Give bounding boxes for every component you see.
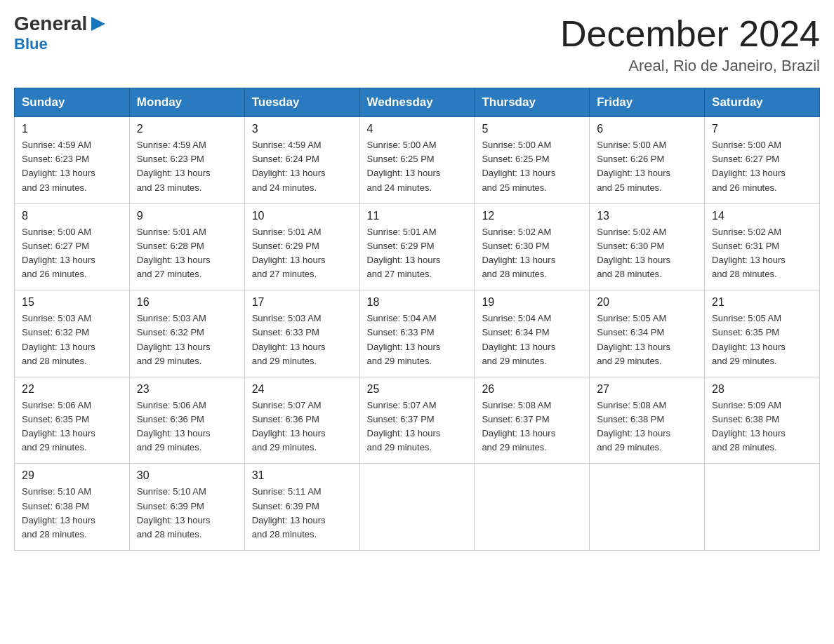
calendar-header-row: Sunday Monday Tuesday Wednesday Thursday… [15, 88, 820, 117]
calendar-day-cell: 9Sunrise: 5:01 AMSunset: 6:28 PMDaylight… [129, 203, 244, 290]
day-detail: Sunrise: 5:04 AMSunset: 6:34 PMDaylight:… [482, 311, 582, 368]
calendar-week-row: 1Sunrise: 4:59 AMSunset: 6:23 PMDaylight… [15, 117, 820, 204]
calendar-day-cell [705, 464, 820, 551]
calendar-table: Sunday Monday Tuesday Wednesday Thursday… [14, 88, 820, 551]
day-detail: Sunrise: 5:03 AMSunset: 6:33 PMDaylight:… [252, 311, 352, 368]
day-detail: Sunrise: 5:07 AMSunset: 6:36 PMDaylight:… [252, 398, 352, 455]
calendar-day-cell: 26Sunrise: 5:08 AMSunset: 6:37 PMDayligh… [475, 377, 590, 464]
header-saturday: Saturday [705, 88, 820, 117]
calendar-week-row: 29Sunrise: 5:10 AMSunset: 6:38 PMDayligh… [15, 464, 820, 551]
calendar-day-cell: 5Sunrise: 5:00 AMSunset: 6:25 PMDaylight… [475, 117, 590, 204]
calendar-subtitle: Areal, Rio de Janeiro, Brazil [560, 57, 820, 75]
day-detail: Sunrise: 5:08 AMSunset: 6:38 PMDaylight:… [597, 398, 697, 455]
header-friday: Friday [590, 88, 705, 117]
calendar-day-cell: 7Sunrise: 5:00 AMSunset: 6:27 PMDaylight… [705, 117, 820, 204]
day-number: 19 [482, 296, 582, 309]
day-detail: Sunrise: 5:00 AMSunset: 6:27 PMDaylight:… [22, 225, 122, 282]
calendar-day-cell: 15Sunrise: 5:03 AMSunset: 6:32 PMDayligh… [15, 290, 130, 377]
day-detail: Sunrise: 5:07 AMSunset: 6:37 PMDaylight:… [367, 398, 468, 455]
day-number: 12 [482, 210, 582, 222]
day-number: 15 [22, 296, 122, 309]
day-number: 30 [137, 469, 237, 482]
day-number: 5 [482, 123, 582, 135]
day-detail: Sunrise: 5:02 AMSunset: 6:30 PMDaylight:… [482, 225, 582, 282]
day-detail: Sunrise: 4:59 AMSunset: 6:23 PMDaylight:… [22, 138, 122, 195]
calendar-day-cell: 29Sunrise: 5:10 AMSunset: 6:38 PMDayligh… [15, 464, 130, 551]
calendar-day-cell: 3Sunrise: 4:59 AMSunset: 6:24 PMDaylight… [244, 117, 359, 204]
header-thursday: Thursday [475, 88, 590, 117]
calendar-day-cell: 13Sunrise: 5:02 AMSunset: 6:30 PMDayligh… [590, 203, 705, 290]
day-detail: Sunrise: 5:03 AMSunset: 6:32 PMDaylight:… [137, 311, 237, 368]
calendar-day-cell: 2Sunrise: 4:59 AMSunset: 6:23 PMDaylight… [129, 117, 244, 204]
calendar-week-row: 22Sunrise: 5:06 AMSunset: 6:35 PMDayligh… [15, 377, 820, 464]
day-number: 14 [712, 210, 812, 222]
calendar-day-cell [475, 464, 590, 551]
calendar-day-cell: 22Sunrise: 5:06 AMSunset: 6:35 PMDayligh… [15, 377, 130, 464]
calendar-day-cell: 31Sunrise: 5:11 AMSunset: 6:39 PMDayligh… [244, 464, 359, 551]
day-number: 24 [252, 383, 352, 396]
day-detail: Sunrise: 5:08 AMSunset: 6:37 PMDaylight:… [482, 398, 582, 455]
day-detail: Sunrise: 5:00 AMSunset: 6:27 PMDaylight:… [712, 138, 812, 195]
day-number: 16 [137, 296, 237, 309]
calendar-week-row: 8Sunrise: 5:00 AMSunset: 6:27 PMDaylight… [15, 203, 820, 290]
day-detail: Sunrise: 5:05 AMSunset: 6:34 PMDaylight:… [597, 311, 697, 368]
svg-marker-0 [91, 17, 105, 31]
logo-arrow-icon [88, 14, 108, 34]
calendar-day-cell: 25Sunrise: 5:07 AMSunset: 6:37 PMDayligh… [359, 377, 475, 464]
calendar-week-row: 15Sunrise: 5:03 AMSunset: 6:32 PMDayligh… [15, 290, 820, 377]
day-detail: Sunrise: 4:59 AMSunset: 6:23 PMDaylight:… [137, 138, 237, 195]
day-detail: Sunrise: 5:00 AMSunset: 6:26 PMDaylight:… [597, 138, 697, 195]
day-number: 22 [22, 383, 122, 396]
title-block: December 2024 Areal, Rio de Janeiro, Bra… [560, 14, 820, 75]
calendar-day-cell: 14Sunrise: 5:02 AMSunset: 6:31 PMDayligh… [705, 203, 820, 290]
day-detail: Sunrise: 5:00 AMSunset: 6:25 PMDaylight:… [482, 138, 582, 195]
calendar-day-cell: 28Sunrise: 5:09 AMSunset: 6:38 PMDayligh… [705, 377, 820, 464]
day-number: 20 [597, 296, 697, 309]
calendar-day-cell: 30Sunrise: 5:10 AMSunset: 6:39 PMDayligh… [129, 464, 244, 551]
header-sunday: Sunday [15, 88, 130, 117]
day-detail: Sunrise: 5:11 AMSunset: 6:39 PMDaylight:… [252, 485, 352, 542]
day-detail: Sunrise: 5:10 AMSunset: 6:39 PMDaylight:… [137, 485, 237, 542]
header-tuesday: Tuesday [244, 88, 359, 117]
day-number: 13 [597, 210, 697, 222]
page-header: General Blue December 2024 Areal, Rio de… [14, 14, 820, 75]
day-number: 29 [22, 469, 122, 482]
day-detail: Sunrise: 5:06 AMSunset: 6:36 PMDaylight:… [137, 398, 237, 455]
calendar-day-cell: 27Sunrise: 5:08 AMSunset: 6:38 PMDayligh… [590, 377, 705, 464]
day-detail: Sunrise: 5:01 AMSunset: 6:29 PMDaylight:… [367, 225, 468, 282]
logo-general-text: General [14, 14, 87, 34]
day-number: 6 [597, 123, 697, 135]
calendar-day-cell: 12Sunrise: 5:02 AMSunset: 6:30 PMDayligh… [475, 203, 590, 290]
calendar-day-cell: 11Sunrise: 5:01 AMSunset: 6:29 PMDayligh… [359, 203, 475, 290]
calendar-day-cell: 24Sunrise: 5:07 AMSunset: 6:36 PMDayligh… [244, 377, 359, 464]
day-detail: Sunrise: 5:03 AMSunset: 6:32 PMDaylight:… [22, 311, 122, 368]
calendar-title: December 2024 [560, 14, 820, 54]
day-number: 8 [22, 210, 122, 222]
calendar-day-cell: 21Sunrise: 5:05 AMSunset: 6:35 PMDayligh… [705, 290, 820, 377]
day-number: 23 [137, 383, 237, 396]
calendar-day-cell: 16Sunrise: 5:03 AMSunset: 6:32 PMDayligh… [129, 290, 244, 377]
day-detail: Sunrise: 5:09 AMSunset: 6:38 PMDaylight:… [712, 398, 812, 455]
calendar-day-cell: 23Sunrise: 5:06 AMSunset: 6:36 PMDayligh… [129, 377, 244, 464]
day-number: 25 [367, 383, 468, 396]
header-wednesday: Wednesday [359, 88, 475, 117]
day-number: 7 [712, 123, 812, 135]
calendar-day-cell: 20Sunrise: 5:05 AMSunset: 6:34 PMDayligh… [590, 290, 705, 377]
day-number: 31 [252, 469, 352, 482]
day-detail: Sunrise: 5:10 AMSunset: 6:38 PMDaylight:… [22, 485, 122, 542]
day-number: 27 [597, 383, 697, 396]
day-detail: Sunrise: 4:59 AMSunset: 6:24 PMDaylight:… [252, 138, 352, 195]
day-number: 2 [137, 123, 237, 135]
calendar-day-cell: 17Sunrise: 5:03 AMSunset: 6:33 PMDayligh… [244, 290, 359, 377]
day-detail: Sunrise: 5:06 AMSunset: 6:35 PMDaylight:… [22, 398, 122, 455]
calendar-day-cell: 1Sunrise: 4:59 AMSunset: 6:23 PMDaylight… [15, 117, 130, 204]
day-detail: Sunrise: 5:04 AMSunset: 6:33 PMDaylight:… [367, 311, 468, 368]
header-monday: Monday [129, 88, 244, 117]
day-number: 4 [367, 123, 468, 135]
calendar-day-cell: 6Sunrise: 5:00 AMSunset: 6:26 PMDaylight… [590, 117, 705, 204]
day-number: 1 [22, 123, 122, 135]
calendar-day-cell: 4Sunrise: 5:00 AMSunset: 6:25 PMDaylight… [359, 117, 475, 204]
day-number: 9 [137, 210, 237, 222]
logo: General Blue [14, 14, 108, 53]
day-detail: Sunrise: 5:02 AMSunset: 6:30 PMDaylight:… [597, 225, 697, 282]
